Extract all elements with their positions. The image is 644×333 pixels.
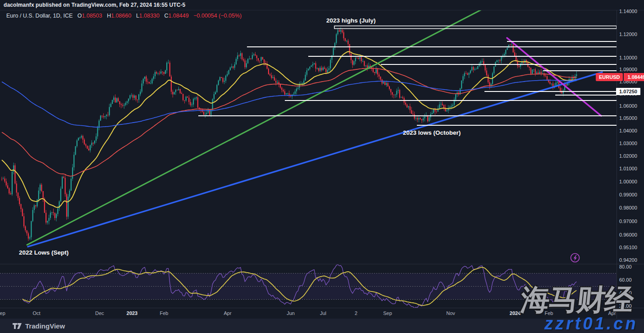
price-axis-label: 1.12000 [619,32,637,37]
price-axis-label: 1.10000 [619,55,637,60]
resistance-band-2023-high [334,26,617,29]
price-axis-label: 1.02000 [619,153,637,159]
tradingview-published-chart: dacolmanfx published on TradingView.com,… [0,0,644,333]
time-axis-label: Nov [446,310,455,316]
close-value: 1.08449 [169,13,189,19]
slow-ma [2,80,576,127]
low-label: L [136,13,139,19]
time-axis-label: 2 [355,310,357,316]
price-axis-label: 0.97000 [619,219,637,224]
annotation-2022-lows: 2022 Lows (Sept) [19,249,69,256]
open-label: O [78,13,82,19]
lightning-icon [571,254,580,262]
low-value: 1.08330 [139,13,160,19]
high-value: 1.08660 [111,13,131,19]
annotation-2023-highs: 2023 highs (July) [326,17,376,24]
tradingview-brand-text[interactable]: TradingView [25,322,65,330]
watermark-url-text: zzrt01.cn [544,314,638,333]
price-axis-label: 1.03000 [619,141,637,146]
price-axis-label: 0.98000 [619,205,637,210]
price-pane [1,9,617,246]
price-axis-label: 1.00000 [619,179,637,184]
price-axis-label: 1.14000 [619,9,637,14]
high-label: H [107,13,111,19]
candles-layer [1,27,577,241]
time-axis-label: Jun [287,310,295,316]
attribution-text: dacolmanfx published on TradingView.com,… [4,2,185,8]
price-axis-label: 1.04000 [619,128,637,133]
last-price-tag: EURUSD 1.08449 [596,73,644,81]
price-axis-label: 1.01000 [619,166,637,171]
tradingview-logo-icon[interactable] [13,322,22,330]
price-axis-label: 1.09000 [619,67,637,72]
close-label: C [164,13,169,19]
time-axis-label: Feb [160,310,169,316]
annotation-2023-lows: 2023 lows (October) [403,129,461,136]
time-axis-label: Sep [383,310,392,316]
time-axis-label: Jul [320,310,326,316]
time-axis-label: Apr [224,310,231,316]
symbol-legend[interactable]: Euro / U.S. Dollar, 1D, ICE O1.08503 H1.… [6,13,242,19]
open-value: 1.08503 [82,13,102,19]
symbol-title: Euro / U.S. Dollar, 1D, ICE [6,13,73,19]
mid-ma [2,68,576,176]
price-axis-label: 1.05000 [619,115,637,121]
level-price-tag: 1.07250 [616,88,640,95]
change-value: −0.00054 (−0.05%) [193,13,242,19]
price-axis-label: 0.94200 [619,257,637,263]
price-axis-label: 1.06000 [619,103,637,109]
time-axis-label: Oct [32,310,40,316]
price-axis-label: 0.96000 [619,232,637,237]
fast-ma [2,52,576,208]
watermark-cjk-text: 海马财经 [519,280,635,319]
price-axis-label: 0.95100 [619,245,637,250]
time-axis-label: 2023 [127,310,137,316]
price-tag-value: 1.08449 [624,73,644,81]
rsi-axis-label: 80.00 [619,264,632,269]
price-tag-symbol: EURUSD [596,73,623,81]
price-axis-label: 0.99000 [619,192,637,197]
time-axis-label: Dec [95,310,104,316]
time-axis-label: Sep [0,310,5,316]
